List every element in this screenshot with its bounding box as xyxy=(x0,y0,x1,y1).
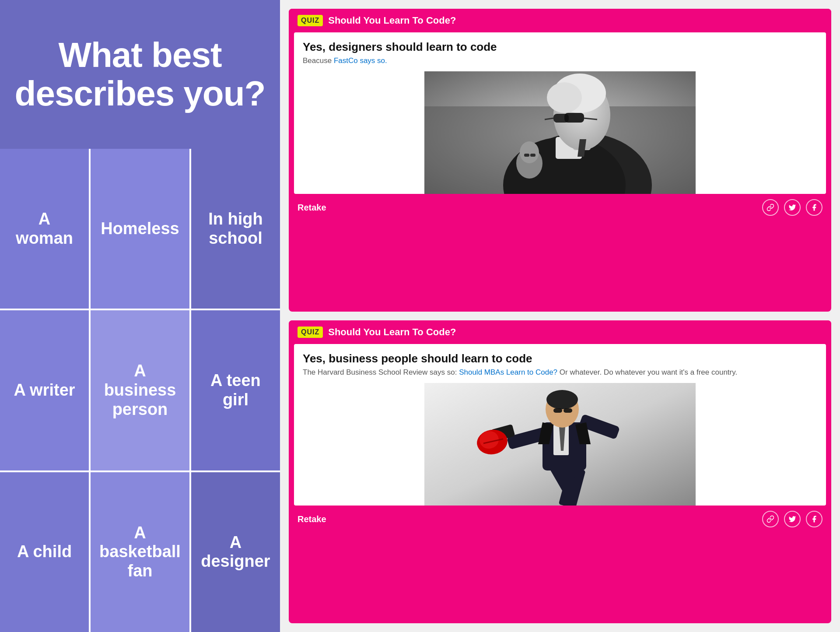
retake-button-2[interactable]: Retake xyxy=(298,514,326,524)
answer-designer[interactable]: A designer xyxy=(191,472,280,632)
karl-svg xyxy=(294,71,826,194)
twitter-icon-btn-2[interactable] xyxy=(784,511,801,527)
answer-text-8: A basketball fan xyxy=(99,523,181,581)
answer-a-child[interactable]: A child xyxy=(0,472,89,632)
answer-text-2: Homeless xyxy=(101,219,179,239)
card-image-1 xyxy=(294,71,826,194)
card-image-2 xyxy=(294,383,826,506)
quiz-card-2: QUIZ Should You Learn To Code? Yes, busi… xyxy=(289,320,831,623)
answer-text-9: A designer xyxy=(200,533,271,571)
link-icon-btn-1[interactable] xyxy=(762,199,779,216)
svg-rect-32 xyxy=(553,408,562,413)
facebook-icon-btn-2[interactable] xyxy=(806,511,822,527)
svg-point-15 xyxy=(520,141,539,163)
facebook-icon xyxy=(810,204,818,211)
svg-point-8 xyxy=(547,82,582,113)
card-result-title-2: Yes, business people should learn to cod… xyxy=(294,344,826,368)
business-svg xyxy=(294,383,826,506)
svg-rect-10 xyxy=(553,114,569,123)
facebook-icon-2 xyxy=(810,515,818,523)
card-result-title-1: Yes, designers should learn to code xyxy=(294,32,826,56)
card-title-1: Should You Learn To Code? xyxy=(328,15,456,26)
mbas-link[interactable]: Should MBAs Learn to Code? xyxy=(459,368,557,376)
twitter-icon xyxy=(788,204,796,211)
answer-text-4: A writer xyxy=(14,381,75,400)
svg-point-31 xyxy=(546,390,578,409)
answer-text-5: A business person xyxy=(99,362,181,419)
answer-text-3: In high school xyxy=(200,210,271,248)
card-footer-2: Retake xyxy=(289,506,831,533)
answer-teen-girl[interactable]: A teen girl xyxy=(191,310,280,470)
svg-rect-16 xyxy=(524,154,529,157)
karl-photo-container xyxy=(294,71,826,194)
quiz-badge-1: QUIZ xyxy=(298,15,323,26)
twitter-icon-2 xyxy=(788,515,796,523)
answer-text-1: A woman xyxy=(9,210,80,248)
footer-icons-1 xyxy=(762,199,822,216)
right-panel: QUIZ Should You Learn To Code? Yes, desi… xyxy=(280,0,840,632)
question-header: What best describes you? xyxy=(0,0,280,149)
link-icon-2 xyxy=(766,515,774,523)
link-icon-btn-2[interactable] xyxy=(762,511,779,527)
answer-basketball-fan[interactable]: A basketball fan xyxy=(91,472,189,632)
answer-text-6: A teen girl xyxy=(200,371,271,409)
answer-a-woman[interactable]: A woman xyxy=(0,149,89,309)
business-photo-container xyxy=(294,383,826,506)
answer-homeless[interactable]: Homeless xyxy=(91,149,189,309)
svg-rect-33 xyxy=(564,408,572,413)
answer-in-high-school[interactable]: In high school xyxy=(191,149,280,309)
fastco-link[interactable]: FastCo says so. xyxy=(334,56,387,65)
answers-grid: A woman Homeless In high school A writer… xyxy=(0,149,280,632)
quiz-card-1: QUIZ Should You Learn To Code? Yes, desi… xyxy=(289,9,831,312)
answer-text-7: A child xyxy=(17,542,72,562)
question-title: What best describes you? xyxy=(13,36,267,113)
quiz-badge-2: QUIZ xyxy=(298,327,323,338)
link-icon xyxy=(766,204,774,211)
answer-a-writer[interactable]: A writer xyxy=(0,310,89,470)
footer-icons-2 xyxy=(762,511,822,527)
twitter-icon-btn-1[interactable] xyxy=(784,199,801,216)
card-footer-1: Retake xyxy=(289,194,831,221)
svg-rect-17 xyxy=(530,154,536,157)
card-header-1: QUIZ Should You Learn To Code? xyxy=(289,9,831,32)
card-body-1: Yes, designers should learn to code Beac… xyxy=(294,32,826,194)
facebook-icon-btn-1[interactable] xyxy=(806,199,822,216)
retake-button-1[interactable]: Retake xyxy=(298,203,326,213)
card-header-2: QUIZ Should You Learn To Code? xyxy=(289,320,831,344)
card-body-2: Yes, business people should learn to cod… xyxy=(294,344,826,506)
card-title-2: Should You Learn To Code? xyxy=(328,327,456,338)
quiz-panel: What best describes you? A woman Homeles… xyxy=(0,0,280,632)
card-result-subtitle-2: The Harvard Business School Review says … xyxy=(294,368,826,383)
answer-business-person[interactable]: A business person xyxy=(91,310,189,470)
card-result-subtitle-1: Beacuse FastCo says so. xyxy=(294,56,826,71)
